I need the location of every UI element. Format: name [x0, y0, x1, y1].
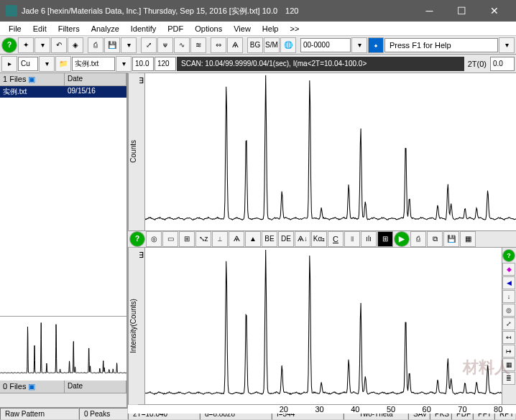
peak-marker-icon[interactable]: Ѧ [229, 231, 244, 247]
shift-icon[interactable]: ⇔ [211, 37, 226, 53]
side-diamond-icon[interactable]: ◆ [502, 263, 515, 276]
status-peaks: 0 Peaks [79, 408, 128, 420]
filelist-date-col: Date [65, 73, 126, 85]
side-fit-icon[interactable]: ⤢ [502, 317, 515, 330]
play-icon[interactable]: ▶ [394, 231, 410, 247]
dropdown-icon[interactable]: ▾ [34, 37, 50, 53]
menu-edit[interactable]: Edit [27, 23, 52, 34]
side-target-icon[interactable]: ◎ [502, 304, 515, 317]
bars-icon[interactable]: ılı [361, 231, 377, 247]
menu-view[interactable]: View [228, 23, 257, 34]
app-icon [6, 5, 17, 17]
menu-pdf[interactable]: PDF [162, 23, 189, 34]
side-help-icon[interactable]: ? [502, 249, 515, 262]
bg-label-icon[interactable]: BG [247, 37, 263, 53]
side-left-icon[interactable]: ◀ [502, 276, 515, 289]
top-ylabel: Counts [128, 73, 138, 230]
filelist-count: 1 Files ▣ [0, 73, 65, 85]
c-underline-icon[interactable]: C [328, 231, 344, 247]
ka2-icon[interactable]: Kα₂ [311, 231, 327, 247]
pdf-dropdown-icon[interactable]: ▾ [351, 37, 367, 53]
pdf-code-input[interactable] [300, 38, 351, 52]
side-overlay-icon[interactable]: ≣ [502, 372, 515, 385]
menu-file[interactable]: File [3, 23, 27, 34]
printer2-icon[interactable]: ⎙ [410, 231, 426, 247]
titlebar: Jade 6 [hexin/Materials Data, Inc.] Thur… [0, 0, 516, 22]
peak-fill-icon[interactable]: ▲ [245, 231, 261, 247]
fit-icon[interactable]: Ѧ [227, 37, 243, 53]
flag-icon[interactable]: ▸ [1, 56, 17, 72]
menu-filters[interactable]: Filters [52, 23, 86, 34]
menu-identify[interactable]: Identify [125, 23, 162, 34]
pdf-go-icon[interactable]: ⬥ [368, 37, 384, 53]
file-dropdown-icon[interactable]: ▾ [116, 56, 132, 72]
smooth-icon[interactable]: ∿ [174, 37, 190, 53]
redo-icon[interactable]: ◈ [68, 37, 83, 53]
menu-more[interactable]: >> [284, 23, 305, 34]
target-icon[interactable]: ◎ [146, 231, 162, 247]
minus-icon[interactable]: ▭ [162, 231, 178, 247]
window-title: Jade 6 [hexin/Materials Data, Inc.] Thur… [22, 6, 413, 17]
help-dropdown-icon[interactable]: ▾ [499, 37, 515, 53]
menu-options[interactable]: Options [189, 23, 228, 34]
save-icon[interactable]: 💾 [104, 37, 120, 53]
ruler-icon[interactable]: ⟂ [212, 231, 228, 247]
side-nudge-right-icon[interactable]: ↦ [502, 345, 515, 358]
filelist[interactable]: 实例.txt 09/15/16 [0, 86, 126, 316]
color-icon[interactable]: ▦ [460, 231, 476, 247]
thumbnail-chart[interactable] [0, 316, 126, 381]
window-icon[interactable]: ⊞ [377, 231, 393, 247]
cursor-tool-icon[interactable]: ✦ [18, 37, 34, 53]
close-button[interactable]: ✕ [478, 0, 510, 22]
status-raw: Raw Pattern [0, 408, 79, 420]
zoom-icon[interactable]: ⤢ [141, 37, 157, 53]
print-icon[interactable]: ⎙ [88, 37, 103, 53]
bottom-filelist-header: 0 Files ▣ Date [0, 381, 126, 393]
menu-help[interactable]: Help [257, 23, 285, 34]
globe-icon[interactable]: 🌐 [280, 37, 296, 53]
grid-icon[interactable]: ⊞ [179, 231, 195, 247]
peak-list-icon[interactable]: ⦀ [344, 231, 360, 247]
side-nudge-left-icon[interactable]: ↤ [502, 331, 515, 344]
be-icon[interactable]: BE [262, 231, 277, 247]
top-chart[interactable]: Counts ∃ [128, 73, 516, 231]
toolbar-secondary: ▸ ▾ 📁 ▾ SCAN: 10.04/99.9999/0.04/1(sec),… [0, 55, 516, 73]
save2-icon[interactable]: 💾 [443, 231, 459, 247]
undo-icon[interactable]: ↶ [51, 37, 67, 53]
maximize-button[interactable]: ☐ [446, 0, 478, 22]
copy-icon[interactable]: ⧉ [427, 231, 443, 247]
mw-icon[interactable]: Ѧ↓ [295, 231, 310, 247]
chart-help-icon[interactable]: ? [129, 231, 145, 247]
menubar: File Edit Filters Analyze Identify PDF O… [0, 22, 516, 36]
scan-status: SCAN: 10.04/99.9999/0.04/1(sec), I(ma<2T… [177, 57, 464, 71]
folder-icon[interactable]: 📁 [55, 56, 71, 72]
peaks-icon[interactable]: ᴪ [157, 37, 173, 53]
x-axis: 20 30 40 50 60 70 80 [128, 405, 516, 414]
pointer-z-icon[interactable]: ⤡z [195, 231, 211, 247]
minimize-button[interactable]: ─ [413, 0, 446, 22]
dropdown2-icon[interactable]: ▾ [121, 37, 137, 53]
help-hint: Press F1 for Help [384, 38, 498, 52]
two-theta-input[interactable] [490, 57, 515, 71]
range-lo-input[interactable] [132, 57, 154, 71]
side-down-icon[interactable]: ↓ [502, 290, 515, 303]
filename-input[interactable] [72, 57, 115, 71]
scale-toggle2[interactable]: ∃ [138, 248, 145, 405]
chart-toolbar: ? ◎ ▭ ⊞ ⤡z ⟂ Ѧ ▲ BE DE Ѧ↓ Kα₂ C ⦀ ılı ⊞ … [128, 231, 516, 248]
bottom-chart[interactable]: Intensity(Counts) ∃ ? ◆ ◀ ↓ ◎ ⤢ ↤ ↦ ▦ ≣ [128, 248, 516, 406]
filelist-header: 1 Files ▣ Date [0, 73, 126, 86]
bottom-count: 0 Files ▣ [0, 381, 65, 393]
list-item[interactable]: 实例.txt 09/15/16 [0, 86, 126, 98]
toolbar-main: ? ✦ ▾ ↶ ◈ ⎙ 💾 ▾ ⤢ ᴪ ∿ ≋ ⇔ Ѧ BG S/M 🌐 ▾ ⬥… [0, 36, 516, 55]
element-input[interactable] [18, 57, 38, 71]
bottom-ylabel: Intensity(Counts) [128, 248, 138, 405]
scale-toggle[interactable]: ∃ [138, 73, 145, 230]
menu-analyze[interactable]: Analyze [86, 23, 125, 34]
range-hi-input[interactable] [155, 57, 176, 71]
help-icon[interactable]: ? [1, 37, 17, 53]
side-color-icon[interactable]: ▦ [502, 358, 515, 371]
strip-icon[interactable]: ≋ [190, 37, 206, 53]
sm-label-icon[interactable]: S/M [264, 37, 280, 53]
element-dropdown-icon[interactable]: ▾ [39, 56, 55, 72]
de-icon[interactable]: DE [278, 231, 294, 247]
